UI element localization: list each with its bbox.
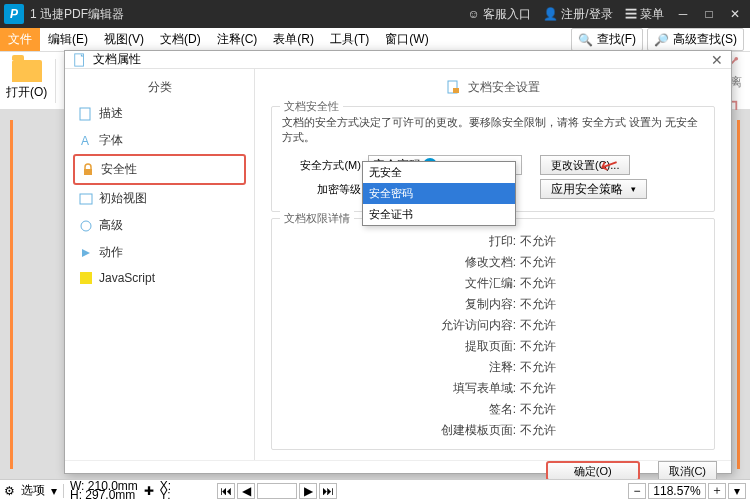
doc-icon	[73, 53, 87, 67]
open-label: 打开(O)	[6, 84, 47, 101]
security-settings-panel: 文档安全设置 文档安全性 文档的安全方式决定了可许可的更改。要移除安全限制，请将…	[255, 69, 731, 460]
security-method-dropdown: 无安全 安全密码 安全证书	[362, 161, 516, 226]
category-header: 分类	[73, 75, 246, 100]
security-method-label: 安全方式(M):	[282, 158, 368, 173]
svg-point-9	[81, 221, 91, 231]
open-button[interactable]: 打开(O)	[6, 60, 47, 101]
perm-row: 注释:不允许	[282, 357, 704, 378]
menu-edit[interactable]: 编辑(E)	[40, 28, 96, 51]
perm-row: 提取页面:不允许	[282, 336, 704, 357]
cat-javascript[interactable]: JavaScript	[73, 266, 246, 290]
perm-row: 创建模板页面:不允许	[282, 420, 704, 441]
support-link[interactable]: ☺ 客服入口	[467, 6, 531, 23]
cancel-button[interactable]: 取消(C)	[658, 461, 717, 481]
perm-row: 修改文档:不允许	[282, 252, 704, 273]
zoom-in-button[interactable]: ＋	[708, 483, 726, 499]
cat-fonts[interactable]: A字体	[73, 127, 246, 154]
svg-rect-5	[80, 108, 90, 120]
dialog-close-button[interactable]: ✕	[711, 52, 723, 68]
nav-last[interactable]: ⏭	[319, 483, 337, 499]
option-password[interactable]: 安全密码	[363, 183, 515, 204]
cat-actions[interactable]: 动作	[73, 239, 246, 266]
dialog-footer: 确定(O) 取消(C)	[65, 460, 731, 481]
nav-first[interactable]: ⏮	[217, 483, 235, 499]
minimize-button[interactable]: ─	[676, 7, 690, 21]
app-logo: P	[4, 4, 24, 24]
menu-comment[interactable]: 注释(C)	[209, 28, 266, 51]
change-settings-button[interactable]: 更改设置(C)...	[540, 155, 630, 175]
app-title: 1 迅捷PDF编辑器	[30, 6, 467, 23]
svg-point-1	[735, 57, 739, 61]
perm-row: 签名:不允许	[282, 399, 704, 420]
svg-rect-10	[80, 272, 92, 284]
titlebar: P 1 迅捷PDF编辑器 ☺ 客服入口 👤 注册/登录 ☰ 菜单 ─ □ ✕	[0, 0, 750, 28]
perm-row: 复制内容:不允许	[282, 294, 704, 315]
nav-next[interactable]: ▶	[299, 483, 317, 499]
page-h: H: 297.0mm	[70, 491, 138, 500]
perm-row: 填写表单域:不允许	[282, 378, 704, 399]
svg-rect-12	[453, 88, 459, 93]
apply-policy-button[interactable]: 应用安全策略▾	[540, 179, 647, 199]
security-fieldset: 文档安全性 文档的安全方式决定了可许可的更改。要移除安全限制，请将 安全方式 设…	[271, 106, 715, 212]
dialog-title: 文档属性	[93, 51, 141, 68]
permissions-list: 打印:不允许 修改文档:不允许 文件汇编:不允许 复制内容:不允许 允许访问内容…	[282, 227, 704, 441]
menu-window[interactable]: 窗口(W)	[377, 28, 436, 51]
zoom-input[interactable]: 118.57%	[648, 483, 706, 499]
zoom-out-button[interactable]: −	[628, 483, 646, 499]
perm-row: 文件汇编:不允许	[282, 273, 704, 294]
option-no-security[interactable]: 无安全	[363, 162, 515, 183]
svg-text:A: A	[81, 134, 89, 148]
permissions-fieldset: 文档权限详情 打印:不允许 修改文档:不允许 文件汇编:不允许 复制内容:不允许…	[271, 218, 715, 450]
permissions-legend: 文档权限详情	[280, 211, 354, 226]
option-certificate[interactable]: 安全证书	[363, 204, 515, 225]
nav-prev[interactable]: ◀	[237, 483, 255, 499]
maximize-button[interactable]: □	[702, 7, 716, 21]
dialog-titlebar: 文档属性 ✕	[65, 51, 731, 69]
menubar: 文件 编辑(E) 视图(V) 文档(D) 注释(C) 表单(R) 工具(T) 窗…	[0, 28, 750, 52]
perm-row: 打印:不允许	[282, 231, 704, 252]
ok-button[interactable]: 确定(O)	[546, 461, 640, 481]
options-button[interactable]: 选项	[21, 482, 45, 499]
cat-initial-view[interactable]: 初始视图	[73, 185, 246, 212]
perm-row: 允许访问内容:不允许	[282, 315, 704, 336]
cat-description[interactable]: 描述	[73, 100, 246, 127]
zoom-dropdown[interactable]: ▾	[728, 483, 746, 499]
security-legend: 文档安全性	[280, 99, 343, 114]
category-panel: 分类 描述 A字体 安全性 初始视图 高级 动作 JavaScript	[65, 69, 255, 460]
status-bar: ⚙ 选项▾ W: 210.0mm H: 297.0mm ✚ X: Y: ⏮ ◀ …	[0, 479, 750, 501]
cursor-y: Y:	[160, 491, 171, 500]
page-indicator[interactable]	[257, 483, 297, 499]
main-menu[interactable]: ☰ 菜单	[625, 6, 664, 23]
lock-doc-icon	[446, 80, 462, 96]
menu-doc[interactable]: 文档(D)	[152, 28, 209, 51]
svg-rect-7	[84, 169, 92, 175]
document-properties-dialog: 文档属性 ✕ 分类 描述 A字体 安全性 初始视图 高级 动作 JavaScri…	[64, 50, 732, 474]
svg-rect-8	[80, 194, 92, 204]
folder-icon	[12, 60, 42, 82]
panel-title: 文档安全设置	[271, 77, 715, 100]
menu-form[interactable]: 表单(R)	[265, 28, 322, 51]
encryption-level-label: 加密等级:	[282, 182, 368, 197]
find-button[interactable]: 🔍 查找(F)	[571, 28, 643, 51]
cat-advanced[interactable]: 高级	[73, 212, 246, 239]
menu-tool[interactable]: 工具(T)	[322, 28, 377, 51]
cat-security[interactable]: 安全性	[73, 154, 246, 185]
menu-file[interactable]: 文件	[0, 28, 40, 51]
advanced-find-button[interactable]: 🔎 高级查找(S)	[647, 28, 744, 51]
account-link[interactable]: 👤 注册/登录	[543, 6, 613, 23]
security-desc: 文档的安全方式决定了可许可的更改。要移除安全限制，请将 安全方式 设置为 无安全…	[282, 115, 704, 145]
close-button[interactable]: ✕	[728, 7, 742, 21]
menu-view[interactable]: 视图(V)	[96, 28, 152, 51]
